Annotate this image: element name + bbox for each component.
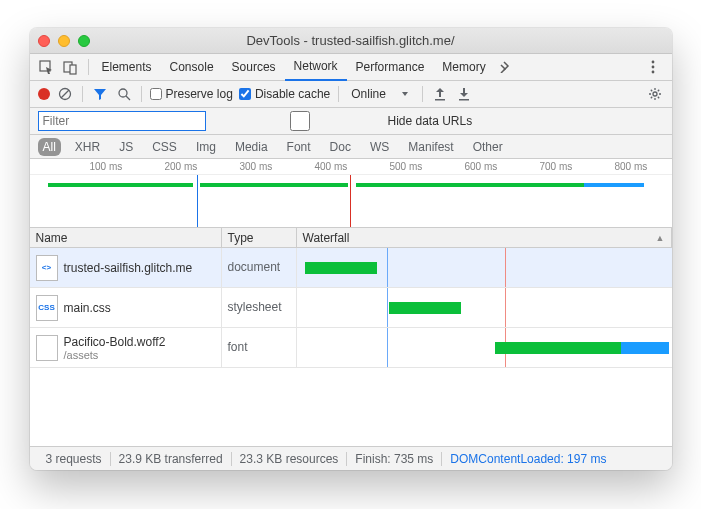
type-filter-manifest[interactable]: Manifest [403, 138, 458, 156]
settings-gear-icon[interactable] [646, 85, 664, 103]
timeline-tick: 200 ms [165, 161, 198, 172]
inspect-icon[interactable] [36, 56, 58, 78]
separator [88, 59, 89, 75]
domcontentloaded-marker [197, 175, 198, 227]
preserve-log-checkbox[interactable]: Preserve log [150, 87, 233, 101]
font-icon [36, 335, 58, 361]
device-toggle-icon[interactable] [60, 56, 82, 78]
svg-point-3 [651, 61, 654, 64]
domcontentloaded-marker [387, 288, 388, 327]
type-filter-doc[interactable]: Doc [325, 138, 356, 156]
tab-performance[interactable]: Performance [347, 54, 434, 81]
status-bar: 3 requests 23.9 KB transferred 23.3 KB r… [30, 446, 672, 470]
load-marker [350, 175, 351, 227]
domcontentloaded-marker [387, 328, 388, 367]
timeline-tick: 500 ms [390, 161, 423, 172]
timeline-tick: 800 ms [615, 161, 648, 172]
table-row[interactable]: <> trusted-sailfish.glitch.me document [30, 248, 672, 288]
svg-point-12 [653, 92, 657, 96]
upload-har-icon[interactable] [431, 85, 449, 103]
status-finish: Finish: 735 ms [347, 452, 441, 466]
tab-sources[interactable]: Sources [223, 54, 285, 81]
column-name[interactable]: Name [30, 228, 222, 247]
timeline-overview[interactable]: 100 ms 200 ms 300 ms 400 ms 500 ms 600 m… [30, 159, 672, 228]
svg-point-5 [651, 71, 654, 74]
network-table-header: Name Type Waterfall ▲ [30, 228, 672, 248]
timeline-bar [200, 183, 348, 187]
document-icon: <> [36, 255, 58, 281]
svg-point-8 [119, 89, 127, 97]
request-path: /assets [64, 349, 166, 361]
filter-icon[interactable] [91, 85, 109, 103]
timeline-tick: 400 ms [315, 161, 348, 172]
record-button[interactable] [38, 88, 50, 100]
titlebar: DevTools - trusted-sailfish.glitch.me/ [30, 28, 672, 54]
type-filter-all[interactable]: All [38, 138, 61, 156]
domcontentloaded-marker [387, 248, 388, 287]
timeline-bar [48, 183, 193, 187]
waterfall-bar [389, 302, 461, 314]
request-name: main.css [64, 301, 111, 315]
hide-data-urls-label: Hide data URLs [388, 114, 473, 128]
request-type: font [222, 328, 297, 367]
search-icon[interactable] [115, 85, 133, 103]
svg-line-9 [126, 96, 130, 100]
type-filter-media[interactable]: Media [230, 138, 273, 156]
disable-cache-checkbox[interactable]: Disable cache [239, 87, 330, 101]
status-domcontentloaded: DOMContentLoaded: 197 ms [442, 452, 614, 466]
type-filter-img[interactable]: Img [191, 138, 221, 156]
throttling-dropdown-icon[interactable] [396, 85, 414, 103]
svg-rect-10 [435, 99, 445, 101]
tab-console[interactable]: Console [161, 54, 223, 81]
timeline-tick: 700 ms [540, 161, 573, 172]
type-filter-js[interactable]: JS [114, 138, 138, 156]
timeline-bar [584, 183, 644, 187]
request-type: stylesheet [222, 288, 297, 327]
waterfall-bar [495, 342, 621, 354]
request-type: document [222, 248, 297, 287]
waterfall-bar [621, 342, 669, 354]
load-marker [505, 288, 506, 327]
window-title: DevTools - trusted-sailfish.glitch.me/ [30, 33, 672, 48]
svg-point-4 [651, 66, 654, 69]
filter-bar: Hide data URLs [30, 108, 672, 135]
download-har-icon[interactable] [455, 85, 473, 103]
preserve-log-label: Preserve log [166, 87, 233, 101]
type-filter-other[interactable]: Other [468, 138, 508, 156]
network-toolbar: Preserve log Disable cache Online [30, 81, 672, 108]
timeline-bar [356, 183, 584, 187]
disable-cache-label: Disable cache [255, 87, 330, 101]
column-type[interactable]: Type [222, 228, 297, 247]
table-row[interactable]: CSS main.css stylesheet [30, 288, 672, 328]
type-filter-xhr[interactable]: XHR [70, 138, 105, 156]
type-filter-font[interactable]: Font [282, 138, 316, 156]
separator [141, 86, 142, 102]
type-filter-ws[interactable]: WS [365, 138, 394, 156]
separator [422, 86, 423, 102]
timeline-tick: 100 ms [90, 161, 123, 172]
type-filter-bar: All XHR JS CSS Img Media Font Doc WS Man… [30, 135, 672, 159]
devtools-window: DevTools - trusted-sailfish.glitch.me/ E… [30, 28, 672, 470]
load-marker [505, 248, 506, 287]
network-table-body: <> trusted-sailfish.glitch.me document C… [30, 248, 672, 446]
separator [82, 86, 83, 102]
tab-memory[interactable]: Memory [433, 54, 494, 81]
filter-input[interactable] [38, 111, 206, 131]
kebab-menu-icon[interactable] [642, 56, 664, 78]
separator [338, 86, 339, 102]
table-row[interactable]: Pacifico-Bold.woff2 /assets font [30, 328, 672, 368]
timeline-tick: 600 ms [465, 161, 498, 172]
request-name: trusted-sailfish.glitch.me [64, 261, 193, 275]
clear-icon[interactable] [56, 85, 74, 103]
stylesheet-icon: CSS [36, 295, 58, 321]
sort-arrow-icon: ▲ [656, 233, 665, 243]
type-filter-css[interactable]: CSS [147, 138, 182, 156]
more-tabs-icon[interactable] [495, 56, 517, 78]
main-tabs: Elements Console Sources Network Perform… [30, 54, 672, 81]
waterfall-bar [305, 262, 377, 274]
hide-data-urls-checkbox[interactable]: Hide data URLs [216, 111, 473, 131]
throttling-select[interactable]: Online [347, 87, 390, 101]
tab-network[interactable]: Network [285, 54, 347, 81]
tab-elements[interactable]: Elements [93, 54, 161, 81]
column-waterfall[interactable]: Waterfall ▲ [297, 228, 672, 247]
